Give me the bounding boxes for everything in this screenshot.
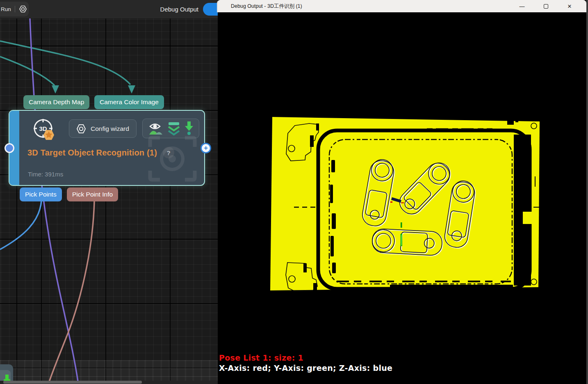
output-tag-pick-point-info[interactable]: Pick Point Info bbox=[67, 187, 118, 201]
3d-step-icon: 3D bbox=[31, 118, 59, 143]
collapse-chevrons-icon bbox=[167, 121, 180, 136]
run-button[interactable]: Run bbox=[1, 6, 11, 12]
node-title: 3D Target Object Recognition (1) bbox=[27, 148, 157, 158]
viewport-status-text: Pose List 1: size: 1 X-Axis: red; Y-Axis… bbox=[219, 353, 392, 373]
download-arrow-icon bbox=[184, 121, 194, 136]
segmentation-mask-render bbox=[218, 12, 586, 384]
config-hexagon-icon bbox=[76, 124, 86, 134]
config-wizard-label: Config wizard bbox=[91, 125, 129, 133]
node-graph-panel[interactable]: Camera Depth Map Camera Color Image 3D bbox=[0, 0, 218, 384]
node-3d-target-object-recognition[interactable]: 3D Config wizard bbox=[9, 110, 205, 186]
debug-output-window: Debug Output - 3D工件识别 (1) — ✕ bbox=[218, 0, 588, 384]
pose-list-text: Pose List 1: size: 1 bbox=[219, 353, 392, 363]
run-settings-gear-icon[interactable] bbox=[19, 5, 27, 13]
run-button-group[interactable]: Run bbox=[0, 2, 29, 16]
close-button[interactable]: ✕ bbox=[558, 0, 581, 12]
debug-window-title: Debug Output - 3D工件识别 (1) bbox=[231, 3, 302, 10]
node-add-output-port[interactable]: + bbox=[201, 143, 211, 153]
debug-output-label: Debug Output bbox=[160, 6, 198, 13]
minimize-button[interactable]: — bbox=[510, 0, 534, 12]
screen: Camera Depth Map Camera Color Image 3D bbox=[0, 0, 588, 384]
axis-legend-text: X-Axis: red; Y-Axis: green; Z-Axis: blue bbox=[219, 363, 392, 373]
input-tag-camera-depth-map[interactable]: Camera Depth Map bbox=[23, 95, 89, 109]
output-tag-pick-points[interactable]: Pick Points bbox=[20, 187, 62, 201]
preview-eye-icon bbox=[148, 121, 164, 136]
point-cloud-viewport[interactable]: Pose List 1: size: 1 X-Axis: red; Y-Axis… bbox=[218, 12, 586, 384]
node-input-port[interactable] bbox=[5, 143, 14, 153]
node-exec-time: Time: 391ms bbox=[28, 171, 63, 178]
toolbar-divider bbox=[15, 6, 15, 12]
maximize-icon bbox=[544, 4, 548, 9]
config-wizard-button[interactable]: Config wizard bbox=[69, 119, 137, 138]
debug-output-toggle[interactable] bbox=[203, 3, 218, 16]
debug-window-titlebar[interactable]: Debug Output - 3D工件识别 (1) — ✕ bbox=[218, 0, 586, 12]
input-tag-camera-color-image[interactable]: Camera Color Image bbox=[94, 95, 164, 109]
maximize-button[interactable] bbox=[534, 0, 558, 12]
horizontal-scrollbar-thumb[interactable] bbox=[3, 381, 142, 384]
watermark-eye-icon bbox=[147, 135, 198, 183]
graph-toolbar: Run Debug Output bbox=[0, 0, 218, 18]
